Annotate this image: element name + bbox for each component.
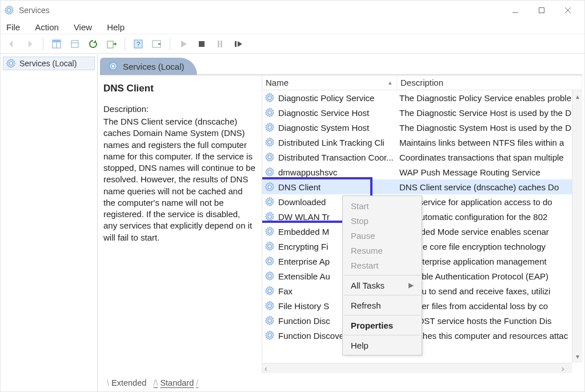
service-description: The Diagnostic Service Host is used by t… bbox=[397, 108, 582, 118]
service-description: xtensible Authentication Protocol (EAP) bbox=[397, 271, 582, 281]
menu-action[interactable]: Action bbox=[34, 22, 60, 32]
restart-service-button[interactable] bbox=[231, 37, 246, 51]
service-description: Maintains links between NTFS files withi… bbox=[397, 138, 582, 147]
service-row[interactable]: Distributed Transaction Coor...Coordinat… bbox=[262, 150, 582, 165]
menu-file[interactable]: File bbox=[5, 22, 21, 32]
column-header-name[interactable]: Name ▴ bbox=[262, 75, 397, 90]
service-name: Fax bbox=[278, 286, 292, 296]
service-name: Enterprise Ap bbox=[278, 257, 330, 266]
ctx-help-label: Help bbox=[351, 341, 368, 350]
maximize-button[interactable] bbox=[528, 1, 555, 20]
scroll-right-icon[interactable]: › bbox=[562, 364, 570, 373]
service-row[interactable]: DW WLAN Trdes automatic configuration fo… bbox=[262, 209, 582, 224]
ctx-refresh[interactable]: Refresh bbox=[343, 298, 422, 313]
service-description: des the core file encryption technology bbox=[397, 242, 582, 251]
service-name: Diagnostic Policy Service bbox=[278, 93, 374, 103]
refresh-button[interactable] bbox=[86, 37, 101, 51]
service-row[interactable]: Encrypting Fides the core file encryptio… bbox=[262, 239, 582, 254]
services-window: Services File Action View Help ? bbox=[0, 0, 585, 392]
svg-rect-6 bbox=[53, 40, 61, 42]
svg-point-25 bbox=[268, 170, 271, 174]
ctx-separator bbox=[344, 295, 420, 295]
stop-service-button[interactable] bbox=[194, 37, 209, 51]
svg-point-21 bbox=[268, 111, 271, 114]
ctx-stop-label: Stop bbox=[351, 216, 368, 226]
horizontal-scrollbar[interactable]: ‹ › bbox=[262, 363, 572, 373]
service-row[interactable]: Function DiscDPHOST service hosts the Fu… bbox=[262, 313, 582, 328]
tab-extended[interactable]: \Extended bbox=[102, 377, 149, 389]
gear-icon bbox=[265, 271, 275, 281]
ctx-properties-label: Properties bbox=[351, 321, 393, 330]
service-row[interactable]: Faxles you to send and receive faxes, ut… bbox=[262, 283, 582, 298]
svg-point-33 bbox=[268, 289, 271, 293]
menu-view[interactable]: View bbox=[73, 22, 93, 32]
service-row[interactable]: Diagnostic Service HostThe Diagnostic Se… bbox=[262, 105, 582, 120]
svg-point-30 bbox=[268, 245, 271, 248]
svg-rect-10 bbox=[107, 41, 113, 48]
service-row[interactable]: Enterprise Aples enterprise application … bbox=[262, 254, 582, 269]
service-row[interactable]: Distributed Link Tracking CliMaintains l… bbox=[262, 135, 582, 150]
service-row[interactable]: Function Discovery Resour...Publishes th… bbox=[262, 328, 582, 343]
services-local-tab[interactable]: Services (Local) bbox=[100, 58, 197, 75]
help-button[interactable]: ? bbox=[131, 37, 146, 51]
service-name-cell: Distributed Transaction Coor... bbox=[262, 152, 397, 162]
ctx-stop[interactable]: Stop bbox=[343, 213, 422, 228]
gear-icon bbox=[108, 61, 118, 71]
ctx-all-tasks[interactable]: All Tasks▶ bbox=[343, 278, 422, 293]
nav-back-button[interactable] bbox=[4, 37, 19, 51]
description-label: Description: bbox=[103, 103, 256, 115]
navigation-tree[interactable]: Services (Local) bbox=[1, 54, 98, 391]
svg-rect-14 bbox=[199, 41, 205, 47]
menu-help[interactable]: Help bbox=[106, 22, 126, 32]
service-row[interactable]: Downloadedlows service for application a… bbox=[262, 194, 582, 209]
gear-icon bbox=[265, 122, 275, 133]
properties-button[interactable] bbox=[67, 37, 82, 51]
service-row[interactable]: Extensible Auxtensible Authentication Pr… bbox=[262, 269, 582, 283]
minimize-button[interactable] bbox=[502, 1, 528, 20]
ctx-help[interactable]: Help bbox=[343, 338, 422, 353]
service-name: File History S bbox=[278, 301, 329, 311]
column-header-description[interactable]: Description bbox=[397, 75, 582, 90]
tab-standard[interactable]: /\Standard/ bbox=[149, 377, 203, 389]
service-row[interactable]: DNS ClientDNS Client service (dnscache) … bbox=[262, 179, 582, 194]
tree-node-services-local[interactable]: Services (Local) bbox=[3, 57, 95, 70]
services-local-tab-label: Services (Local) bbox=[123, 62, 185, 71]
nav-forward-button[interactable] bbox=[22, 37, 37, 51]
ctx-restart[interactable]: Restart bbox=[343, 258, 422, 273]
scroll-left-icon[interactable]: ‹ bbox=[265, 364, 273, 373]
show-hide-tree-button[interactable] bbox=[49, 37, 64, 51]
start-service-button[interactable] bbox=[176, 37, 191, 51]
service-row[interactable]: Embedded Mmbedded Mode service enables s… bbox=[262, 224, 582, 239]
gear-icon bbox=[6, 58, 16, 69]
ctx-properties[interactable]: Properties bbox=[343, 318, 422, 333]
toolbar-extra-button[interactable] bbox=[149, 37, 164, 51]
gear-icon bbox=[265, 226, 275, 237]
menu-bar: File Action View Help bbox=[1, 20, 584, 34]
ctx-start[interactable]: Start bbox=[343, 198, 422, 213]
vertical-scrollbar[interactable]: ▴ ▾ bbox=[572, 90, 582, 363]
service-description: The Diagnostic System Host is used by th… bbox=[397, 123, 582, 133]
svg-point-35 bbox=[268, 319, 271, 322]
ctx-pause[interactable]: Pause bbox=[343, 228, 422, 243]
export-list-button[interactable] bbox=[104, 37, 119, 51]
scroll-up-icon[interactable]: ▴ bbox=[576, 93, 579, 101]
toolbar-separator bbox=[125, 38, 125, 50]
service-description: Publishes this computer and resources at… bbox=[397, 331, 582, 341]
svg-point-23 bbox=[268, 141, 271, 144]
service-row[interactable]: dmwappushsvcWAP Push Message Routing Ser… bbox=[262, 165, 582, 179]
list-header: Name ▴ Description bbox=[262, 75, 582, 90]
content-header: Services (Local) bbox=[100, 58, 582, 75]
service-name-cell: Distributed Link Tracking Cli bbox=[262, 137, 397, 147]
close-button[interactable] bbox=[555, 1, 581, 20]
column-header-description-label: Description bbox=[400, 78, 443, 87]
ctx-resume-label: Resume bbox=[351, 246, 383, 255]
service-row[interactable]: Diagnostic System HostThe Diagnostic Sys… bbox=[262, 120, 582, 135]
service-row[interactable]: Diagnostic Policy ServiceThe Diagnostic … bbox=[262, 90, 582, 105]
svg-rect-17 bbox=[235, 41, 237, 47]
pause-service-button[interactable] bbox=[213, 37, 227, 51]
svg-point-24 bbox=[268, 155, 271, 159]
ctx-resume[interactable]: Resume bbox=[343, 243, 422, 258]
service-row[interactable]: File History Scts user files from accide… bbox=[262, 298, 582, 313]
scroll-down-icon[interactable]: ▾ bbox=[576, 353, 579, 361]
toolbar-separator bbox=[170, 38, 170, 50]
